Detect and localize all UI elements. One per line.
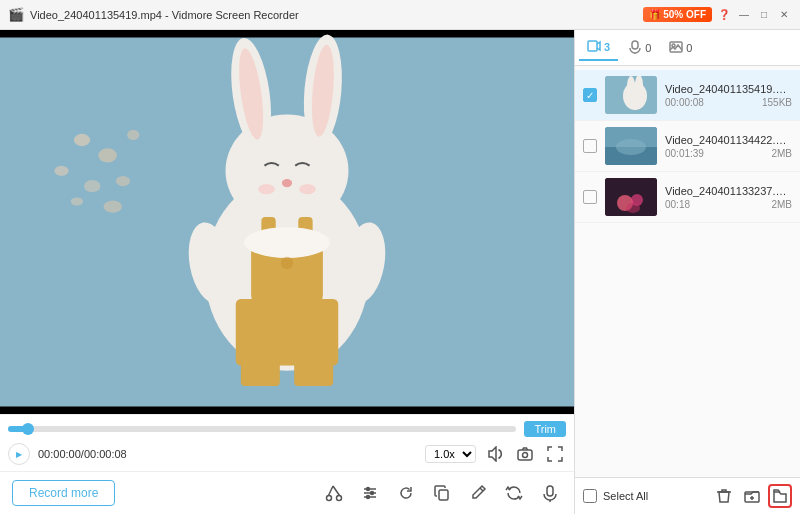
maximize-button[interactable]: □ [756,7,772,23]
svg-rect-42 [547,486,553,496]
progress-thumb[interactable] [22,423,34,435]
action-bar: Select All [575,477,800,514]
svg-point-8 [104,200,122,212]
video-area [0,30,574,414]
volume-icon[interactable] [484,443,506,465]
svg-rect-23 [294,355,333,386]
item-meta-3: 00:18 2MB [665,199,792,210]
thumbnail-3 [605,178,657,216]
play-button[interactable]: ▶ [8,443,30,465]
thumbnail-1 [605,76,657,114]
svg-rect-40 [439,490,448,500]
svg-line-41 [480,488,483,491]
list-item[interactable]: Video_240401134422.mp4 00:01:39 2MB [575,121,800,172]
svg-point-3 [54,166,68,176]
fullscreen-icon[interactable] [544,443,566,465]
svg-point-38 [371,492,374,495]
speed-select[interactable]: 1.0x 0.5x 1.5x 2.0x [425,445,476,463]
titlebar: 🎬 Video_240401135419.mp4 - Vidmore Scree… [0,0,800,30]
svg-line-32 [333,486,340,496]
svg-point-16 [258,184,274,194]
svg-point-30 [327,496,332,501]
item-name-2: Video_240401134422.mp4 [665,134,792,146]
video-controls: Trim ▶ 00:00:00/00:00:08 1.0x 0.5x 1.5x … [0,414,574,471]
audio-edit-icon[interactable] [538,481,562,505]
open-folder-button[interactable] [768,484,792,508]
video-tab-icon [587,39,601,55]
item-meta-1: 00:00:08 155KB [665,97,792,108]
svg-point-31 [337,496,342,501]
add-file-button[interactable] [740,484,764,508]
item-checkbox-1[interactable]: ✓ [583,88,597,102]
rotate-icon[interactable] [394,481,418,505]
titlebar-left: 🎬 Video_240401135419.mp4 - Vidmore Scree… [8,7,299,22]
item-info-1: Video_240401135419.mp4 00:00:08 155KB [665,83,792,108]
svg-rect-45 [588,41,597,51]
svg-rect-28 [518,450,532,460]
tab-audio[interactable]: 0 [620,36,659,60]
svg-point-17 [299,184,315,194]
svg-point-51 [623,82,647,110]
promo-badge[interactable]: 50% OFF [643,7,712,22]
svg-point-37 [367,488,370,491]
controls-row: ▶ 00:00:00/00:00:08 1.0x 0.5x 1.5x 2.0x [8,443,566,465]
tab-video[interactable]: 3 [579,35,618,61]
delete-button[interactable] [712,484,736,508]
main-container: Trim ▶ 00:00:00/00:00:08 1.0x 0.5x 1.5x … [0,30,800,514]
svg-point-60 [626,203,640,213]
svg-point-1 [74,134,90,146]
progress-bar-container: Trim [8,421,566,437]
convert-icon[interactable] [502,481,526,505]
titlebar-right: 50% OFF ❓ — □ ✕ [643,7,792,23]
copy-icon[interactable] [430,481,454,505]
bottom-toolbar: Record more [0,471,574,514]
audio-tab-count: 0 [645,42,651,54]
item-name-3: Video_240401133237.mp4 [665,185,792,197]
list-item[interactable]: ✓ Video_240401135419.mp4 00:00:08 155KB [575,70,800,121]
record-more-button[interactable]: Record more [12,480,115,506]
video-tab-count: 3 [604,41,610,53]
svg-point-29 [523,453,528,458]
image-tab-icon [669,40,683,56]
svg-rect-22 [241,355,280,386]
item-info-3: Video_240401133237.mp4 00:18 2MB [665,185,792,210]
select-all-label: Select All [603,490,708,502]
right-panel: 3 0 [575,30,800,514]
progress-track[interactable] [8,426,516,432]
select-all-checkbox[interactable] [583,489,597,503]
equalizer-icon[interactable] [358,481,382,505]
item-checkbox-3[interactable] [583,190,597,204]
item-name-1: Video_240401135419.mp4 [665,83,792,95]
svg-point-26 [244,227,330,258]
svg-point-39 [367,496,370,499]
svg-point-4 [127,130,139,140]
svg-rect-46 [632,41,638,49]
svg-point-56 [616,139,646,155]
media-tabs: 3 0 [575,30,800,66]
edit-icon[interactable] [466,481,490,505]
svg-point-5 [84,180,100,192]
list-item[interactable]: Video_240401133237.mp4 00:18 2MB [575,172,800,223]
svg-point-15 [282,179,292,187]
window-title: Video_240401135419.mp4 - Vidmore Screen … [30,9,299,21]
item-info-2: Video_240401134422.mp4 00:01:39 2MB [665,134,792,159]
trim-button[interactable]: Trim [524,421,566,437]
video-display [0,30,574,414]
svg-point-7 [71,197,83,205]
thumbnail-2 [605,127,657,165]
svg-point-27 [281,257,293,269]
svg-point-52 [627,76,635,96]
edit-icons [322,481,562,505]
camera-icon[interactable] [514,443,536,465]
svg-point-2 [98,148,116,162]
close-button[interactable]: ✕ [776,7,792,23]
help-button[interactable]: ❓ [716,7,732,23]
app-icon: 🎬 [8,7,24,22]
svg-line-33 [329,486,334,496]
image-tab-count: 0 [686,42,692,54]
item-checkbox-2[interactable] [583,139,597,153]
cut-icon[interactable] [322,481,346,505]
tab-image[interactable]: 0 [661,36,700,60]
minimize-button[interactable]: — [736,7,752,23]
time-display: 00:00:00/00:00:08 [38,448,127,460]
